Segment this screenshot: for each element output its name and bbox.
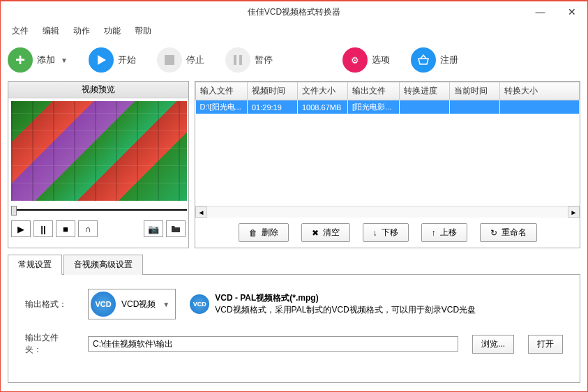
pause-button[interactable]: 暂停 <box>225 47 273 73</box>
preview-loop-button[interactable]: ∩ <box>78 220 98 237</box>
delete-button[interactable]: 🗑删除 <box>239 223 289 242</box>
x-icon: ✖ <box>312 228 319 238</box>
format-description: VCD VCD - PAL视频格式(*.mpg) VCD视频格式，采用PAL制式… <box>190 292 476 316</box>
menubar: 文件 编辑 动作 功能 帮助 <box>1 22 587 39</box>
seek-slider[interactable] <box>11 204 187 216</box>
col-current[interactable]: 当前时间 <box>450 82 500 100</box>
arrow-down-icon: ↓ <box>373 228 377 238</box>
preview-title: 视频预览 <box>8 82 188 98</box>
plus-icon: + <box>8 47 33 73</box>
stop-icon <box>157 47 182 73</box>
col-size[interactable]: 文件大小 <box>298 82 348 100</box>
add-button[interactable]: + 添加 ▼ <box>8 47 68 73</box>
menu-action[interactable]: 动作 <box>69 24 94 38</box>
window-controls: — ✕ <box>525 1 587 22</box>
tab-general[interactable]: 常规设置 <box>8 255 62 275</box>
file-table: 输入文件 视频时间 文件大小 输出文件 转换进度 当前时间 转换大小 D:\[阳… <box>195 82 580 114</box>
close-button[interactable]: ✕ <box>556 1 587 22</box>
preview-stop-button[interactable]: ■ <box>56 220 75 237</box>
trash-icon: 🗑 <box>249 228 257 238</box>
open-button[interactable]: 打开 <box>528 335 563 354</box>
output-folder-input[interactable] <box>88 336 458 352</box>
folder-button[interactable] <box>166 220 186 237</box>
chevron-down-icon: ▼ <box>163 301 169 308</box>
horizontal-scrollbar[interactable]: ◄ ► <box>195 206 580 218</box>
move-up-button[interactable]: ↑上移 <box>421 223 467 242</box>
video-preview[interactable] <box>11 101 187 201</box>
start-button[interactable]: 开始 <box>89 47 136 73</box>
gear-icon: ⚙ <box>342 47 368 73</box>
clear-button[interactable]: ✖清空 <box>301 223 350 242</box>
output-format-selector[interactable]: VCD VCD视频 ▼ <box>88 289 176 319</box>
svg-rect-1 <box>234 55 236 65</box>
minimize-button[interactable]: — <box>525 1 556 22</box>
output-folder-label: 输出文件夹： <box>25 332 74 356</box>
col-input[interactable]: 输入文件 <box>196 82 248 100</box>
window-title: 佳佳VCD视频格式转换器 <box>248 6 340 18</box>
table-row[interactable]: D:\[阳光电... 01:29:19 1008.67MB [阳光电影... <box>196 100 580 114</box>
move-down-button[interactable]: ↓下移 <box>363 223 409 242</box>
menu-help[interactable]: 帮助 <box>130 24 156 38</box>
vcd-icon: VCD <box>190 294 209 314</box>
svg-rect-2 <box>239 55 242 65</box>
play-icon <box>89 47 114 73</box>
titlebar: 佳佳VCD视频格式转换器 — ✕ <box>1 1 587 22</box>
output-format-label: 输出格式： <box>25 299 74 310</box>
browse-button[interactable]: 浏览... <box>472 335 514 354</box>
scroll-right-button[interactable]: ► <box>568 206 580 218</box>
settings-panel: 输出格式： VCD VCD视频 ▼ VCD VCD - PAL视频格式(*.mp… <box>8 275 580 383</box>
preview-pause-button[interactable]: || <box>33 220 53 237</box>
pause-icon <box>225 47 250 73</box>
options-button[interactable]: ⚙ 选项 <box>342 47 390 73</box>
scroll-left-button[interactable]: ◄ <box>195 206 207 218</box>
menu-file[interactable]: 文件 <box>8 24 33 38</box>
preview-panel: 视频预览 ▶ || ■ ∩ 📷 <box>8 81 189 248</box>
toolbar: + 添加 ▼ 开始 停止 暂停 ⚙ 选项 注册 <box>1 39 587 81</box>
tab-advanced[interactable]: 音视频高级设置 <box>63 255 143 275</box>
rename-button[interactable]: ↻重命名 <box>480 223 537 242</box>
col-outsize[interactable]: 转换大小 <box>500 82 580 100</box>
chevron-down-icon: ▼ <box>61 56 68 64</box>
file-list-panel: 输入文件 视频时间 文件大小 输出文件 转换进度 当前时间 转换大小 D:\[阳… <box>195 81 580 248</box>
refresh-icon: ↻ <box>490 228 497 238</box>
preview-play-button[interactable]: ▶ <box>11 220 31 237</box>
menu-edit[interactable]: 编辑 <box>38 24 63 38</box>
menu-function[interactable]: 功能 <box>100 24 125 38</box>
register-button[interactable]: 注册 <box>411 47 458 73</box>
basket-icon <box>411 47 436 73</box>
col-output[interactable]: 输出文件 <box>348 82 400 100</box>
vcd-icon: VCD <box>91 292 116 317</box>
settings-tabs: 常规设置 音视频高级设置 <box>8 254 580 275</box>
arrow-up-icon: ↑ <box>432 228 436 238</box>
stop-button[interactable]: 停止 <box>157 47 204 73</box>
col-progress[interactable]: 转换进度 <box>400 82 450 100</box>
col-duration[interactable]: 视频时间 <box>248 82 298 100</box>
svg-rect-0 <box>165 55 174 65</box>
snapshot-button[interactable]: 📷 <box>144 220 163 237</box>
